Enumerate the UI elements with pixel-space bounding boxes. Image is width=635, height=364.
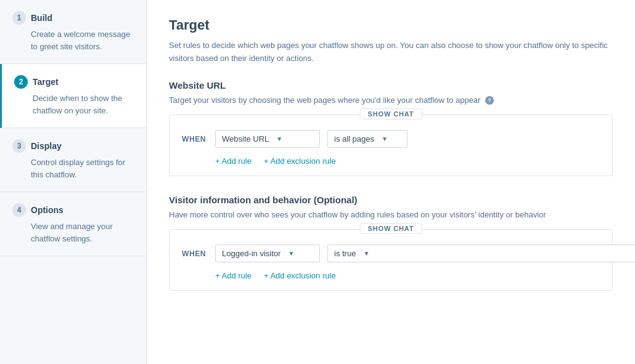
website-url-dropdown[interactable]: Website URL ▼ [215,130,320,148]
sidebar-item-display[interactable]: 3 Display Control display settings for t… [0,128,146,192]
chevron-down-icon: ▼ [276,135,282,142]
visitor-info-section-desc: Have more control over who sees your cha… [169,210,613,219]
page-description: Set rules to decide which web pages your… [169,39,613,65]
step-number-1: 1 [12,11,26,25]
website-url-dropdown-value: Website URL [222,134,269,144]
sidebar: 1 Build Create a welcome message to gree… [0,0,147,364]
chevron-down-icon-3: ▼ [288,250,294,257]
sidebar-item-build[interactable]: 1 Build Create a welcome message to gree… [0,0,146,64]
logged-in-visitor-dropdown[interactable]: Logged-in visitor ▼ [215,245,320,262]
sidebar-item-build-label: Build [31,13,52,23]
add-exclusion-rule-link-1[interactable]: + Add exclusion rule [264,156,336,166]
sidebar-item-options-label: Options [31,205,63,215]
website-url-section-desc: Target your visitors by choosing the web… [169,95,613,105]
is-true-dropdown[interactable]: is true ▼ [327,245,635,262]
website-url-section-title: Website URL [169,80,613,91]
show-chat-label-1: SHOW CHAT [360,108,422,119]
sidebar-item-options-desc: View and manage your chatflow settings. [12,220,134,245]
is-true-value: is true [334,249,356,258]
step-number-3: 3 [12,139,26,153]
when-row-1: WHEN Website URL ▼ is all pages ▼ [182,130,600,148]
chevron-down-icon-2: ▼ [382,135,388,142]
when-row-2: WHEN Logged-in visitor ▼ is true ▼ [182,245,600,262]
sidebar-item-target-label: Target [33,77,59,87]
step-number-2: 2 [14,75,28,89]
action-links-1: + Add rule + Add exclusion rule [182,156,600,166]
when-label-1: WHEN [182,135,208,144]
page-title: Target [169,17,613,33]
action-links-2: + Add rule + Add exclusion rule [182,271,600,280]
sidebar-item-target-desc: Decide when to show the chatflow on your… [14,92,134,116]
visitor-info-section-title: Visitor information and behavior (Option… [169,195,613,205]
sidebar-item-options[interactable]: 4 Options View and manage your chatflow … [0,192,146,256]
add-rule-link-2[interactable]: + Add rule [215,271,252,280]
visitor-info-panel: SHOW CHAT WHEN Logged-in visitor ▼ is tr… [169,229,613,291]
step-number-4: 4 [12,203,26,217]
sidebar-item-target[interactable]: 2 Target Decide when to show the chatflo… [0,64,146,128]
sidebar-item-display-desc: Control display settings for this chatfl… [12,156,134,180]
sidebar-item-build-desc: Create a welcome message to greet site v… [12,28,134,52]
show-chat-label-2: SHOW CHAT [360,223,422,234]
main-content: Target Set rules to decide which web pag… [147,0,635,364]
add-exclusion-rule-link-2[interactable]: + Add exclusion rule [264,271,336,280]
condition-dropdown-1-value: is all pages [334,134,374,144]
when-label-2: WHEN [182,249,208,258]
add-rule-link-1[interactable]: + Add rule [215,156,252,166]
info-icon[interactable]: ? [485,96,494,105]
condition-dropdown-1[interactable]: is all pages ▼ [327,130,408,148]
website-url-panel: SHOW CHAT WHEN Website URL ▼ is all page… [169,115,613,176]
sidebar-item-display-label: Display [31,141,62,151]
logged-in-visitor-value: Logged-in visitor [222,249,281,258]
chevron-down-icon-4: ▼ [363,250,369,257]
